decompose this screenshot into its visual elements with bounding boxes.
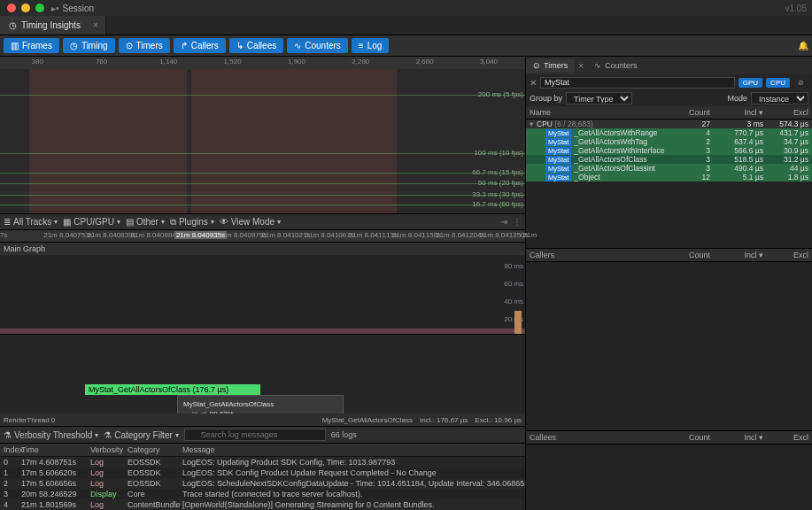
overview-tick: 1,140 bbox=[159, 58, 177, 66]
menu-icon[interactable]: ⋮ bbox=[513, 217, 522, 227]
col-count[interactable]: Count bbox=[666, 108, 710, 117]
fps-label: 50 ms (20 fps) bbox=[478, 179, 523, 187]
cpu-gpu-filter[interactable]: ▦CPU/GPU▾ bbox=[63, 217, 120, 227]
other-filter[interactable]: ▤Other▾ bbox=[126, 217, 165, 227]
verbosity-filter[interactable]: ⚗Verbosity Threshold▾ bbox=[4, 430, 98, 440]
timer-icon: ⊙ bbox=[533, 61, 540, 70]
col-incl[interactable]: Incl ▾ bbox=[710, 433, 763, 442]
timer-group-row[interactable]: ▾CPU (6 / 28,683) 27 3 ms 574.3 µs bbox=[526, 120, 812, 128]
timers-table: Name Count Incl ▾ Excl ▾CPU (6 / 28,683)… bbox=[526, 106, 812, 182]
tab-timing-insights[interactable]: ◷ Timing Insights × bbox=[0, 16, 106, 35]
selected-event[interactable]: MyStat_GetAllActorsOfClass (176.7 µs) bbox=[85, 384, 260, 395]
timer-excl: 1.8 µs bbox=[763, 173, 812, 182]
timer-row[interactable]: MyStat_Object125.1 µs1.8 µs bbox=[526, 173, 812, 182]
col-excl[interactable]: Excl bbox=[763, 433, 812, 442]
log-message: LogEOS: Updating Product SDK Config, Tim… bbox=[182, 458, 525, 467]
timer-name: MyStat_GetAllActorsWithInterface bbox=[526, 146, 666, 155]
callers-button[interactable]: ↱Callers bbox=[174, 38, 226, 53]
col-count[interactable]: Count bbox=[666, 433, 710, 442]
timer-row[interactable]: MyStat_GetAllActorsWithInterface3566.6 µ… bbox=[526, 146, 812, 155]
group-by-select[interactable]: Timer Type bbox=[566, 92, 632, 104]
col-excl[interactable]: Excl bbox=[763, 251, 812, 259]
callees-button[interactable]: ↳Callees bbox=[229, 38, 283, 53]
col-time[interactable]: Time bbox=[21, 445, 90, 454]
timing-button[interactable]: ◷Timing bbox=[63, 38, 115, 53]
timeline-ruler[interactable]: 7s21m 8.040753s21m 8.040839s21m 8.040884… bbox=[0, 230, 525, 243]
counters-button[interactable]: ∿Counters bbox=[287, 38, 348, 53]
tab-timers[interactable]: ⊙Timers bbox=[526, 58, 575, 73]
log-row[interactable]: 421m 1.801569sLogContentBundle[OpenWorld… bbox=[0, 499, 525, 510]
log-search-input[interactable] bbox=[184, 429, 326, 441]
mystat-badge: MyStat bbox=[545, 147, 571, 155]
timer-row[interactable]: MyStat_GetAllActorsOfClass3518.5 µs31.2 … bbox=[526, 155, 812, 164]
timer-row[interactable]: MyStat_GetAllActorsOfClassInt3490.4 µs44… bbox=[526, 164, 812, 173]
graph-scale: 80 ms bbox=[504, 262, 523, 270]
col-category[interactable]: Category bbox=[128, 445, 182, 454]
timeline-tick: 7s bbox=[0, 231, 7, 239]
scrollbar-thumb[interactable] bbox=[514, 311, 522, 334]
timer-count: 3 bbox=[666, 164, 710, 173]
col-excl[interactable]: Excl bbox=[763, 108, 812, 117]
timer-row[interactable]: MyStat_GetAllActorsWithRange4770.7 µs431… bbox=[526, 128, 812, 137]
close-window-icon[interactable] bbox=[7, 4, 16, 12]
log-row[interactable]: 117m 5.606620sLogEOSSDKLogEOS: SDK Confi… bbox=[0, 468, 525, 478]
col-verbosity[interactable]: Verbosity bbox=[90, 445, 128, 454]
chevron-down-icon: ▾ bbox=[117, 218, 120, 226]
col-message[interactable]: Message bbox=[182, 445, 525, 454]
timer-filter-input[interactable] bbox=[540, 77, 735, 89]
timers-button[interactable]: ⊙Timers bbox=[119, 38, 170, 53]
strike-toggle[interactable]: ⊘ bbox=[793, 78, 808, 88]
chevron-down-icon: ▾ bbox=[211, 218, 214, 226]
log-row[interactable]: 320m 58.246529DisplayCoreTrace started (… bbox=[0, 489, 525, 499]
log-row[interactable]: 217m 5.606656sLogEOSSDKLogEOS: ScheduleN… bbox=[0, 478, 525, 489]
log-message: LogEOS: SDK Config Product Update Reques… bbox=[182, 468, 525, 477]
tracks-area[interactable]: MyStat_GetAllActorsOfClass (176.7 µs) My… bbox=[0, 335, 525, 413]
gpu-toggle[interactable]: GPU bbox=[739, 78, 762, 88]
log-time: 17m 5.606620s bbox=[21, 468, 90, 477]
fps-line bbox=[0, 153, 525, 154]
log-message: Trace started (connected to trace server… bbox=[182, 490, 525, 498]
notification-icon[interactable]: 🔔 bbox=[798, 41, 808, 50]
status-incl: Incl.: 176.67 µs bbox=[420, 416, 468, 424]
col-incl[interactable]: Incl ▾ bbox=[710, 251, 763, 259]
log-row[interactable]: 017m 4.608751sLogEOSSDKLogEOS: Updating … bbox=[0, 457, 525, 468]
plugins-filter[interactable]: ⧉Plugins▾ bbox=[170, 217, 214, 228]
col-callees[interactable]: Callees bbox=[526, 433, 666, 442]
close-icon[interactable]: × bbox=[575, 61, 587, 71]
close-icon[interactable]: × bbox=[93, 20, 98, 30]
frames-overview[interactable]: 3807601,1401,5201,9002,2802,6603,040 200… bbox=[0, 57, 525, 214]
tab-counters[interactable]: ∿Counters bbox=[587, 58, 645, 73]
col-callers[interactable]: Callers bbox=[526, 251, 666, 259]
col-name[interactable]: Name bbox=[526, 108, 666, 117]
main-graph[interactable]: 80 ms 60 ms 40 ms 20 ms bbox=[0, 255, 525, 335]
timer-excl: 44 µs bbox=[763, 164, 812, 173]
right-tab-bar: ⊙Timers × ∿Counters bbox=[526, 57, 812, 74]
col-index[interactable]: Index bbox=[0, 445, 21, 454]
chevron-down-icon: ▾ bbox=[161, 218, 165, 226]
timer-name: MyStat_Object bbox=[526, 173, 666, 182]
timer-incl: 566.6 µs bbox=[710, 146, 763, 155]
frames-button[interactable]: ▥Frames bbox=[4, 38, 59, 53]
all-tracks-filter[interactable]: ≣All Tracks▾ bbox=[4, 217, 58, 227]
clock-icon: ◷ bbox=[70, 41, 78, 50]
collapse-icon[interactable]: ▾ bbox=[526, 120, 537, 128]
log-time: 21m 1.801569s bbox=[21, 500, 90, 509]
auto-scroll-icon[interactable]: ⇥ bbox=[500, 217, 507, 227]
cpu-toggle[interactable]: CPU bbox=[766, 78, 790, 88]
timeline-tick: 21m 8.041113s bbox=[349, 231, 398, 239]
clear-filter-icon[interactable]: ✕ bbox=[530, 78, 537, 88]
fps-line bbox=[0, 173, 525, 174]
col-count[interactable]: Count bbox=[666, 251, 710, 259]
maximize-window-icon[interactable] bbox=[35, 4, 44, 12]
timer-incl: 518.5 µs bbox=[710, 155, 763, 164]
tooltip-title: MyStat_GetAllActorsOfClass bbox=[183, 399, 337, 409]
timer-row[interactable]: MyStat_GetAllActorsWithTag2637.4 µs34.7 … bbox=[526, 137, 812, 146]
chevron-down-icon: ▾ bbox=[54, 218, 58, 226]
col-incl[interactable]: Incl ▾ bbox=[710, 108, 763, 117]
view-mode-filter[interactable]: 👁View Mode▾ bbox=[220, 217, 281, 227]
tab-label: Timing Insights bbox=[21, 20, 81, 30]
log-button[interactable]: ≡Log bbox=[352, 38, 390, 53]
minimize-window-icon[interactable] bbox=[21, 4, 30, 12]
mode-select[interactable]: Instance bbox=[751, 92, 808, 104]
category-filter[interactable]: ⚗Category Filter▾ bbox=[104, 430, 179, 440]
